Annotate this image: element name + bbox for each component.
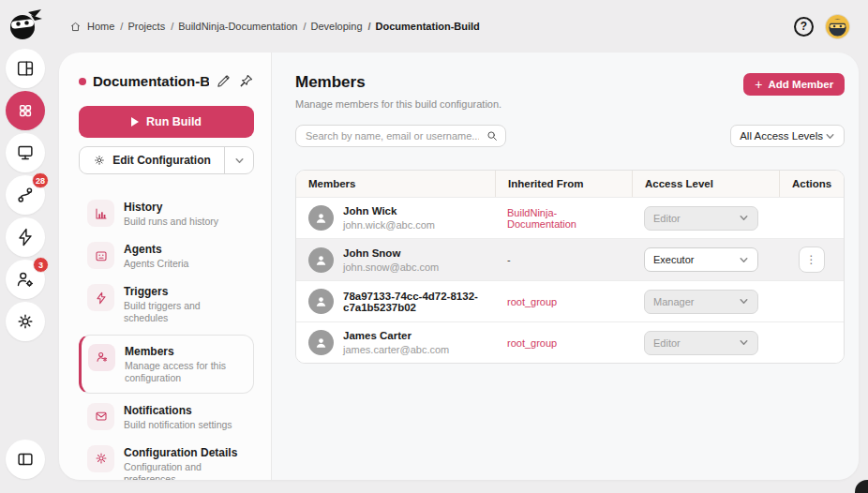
vcs-badge: 28 <box>32 172 49 188</box>
app-logo[interactable] <box>7 7 44 43</box>
play-icon <box>131 117 139 127</box>
plus-icon: + <box>755 77 762 92</box>
corner-widget-peek[interactable] <box>855 480 868 493</box>
page-subtitle: Manage members for this build configurat… <box>295 98 501 110</box>
sidebar-item-triggers[interactable]: Triggers Build triggers and schedules <box>79 279 254 329</box>
search-icon <box>486 129 499 142</box>
help-icon[interactable]: ? <box>794 17 814 37</box>
history-chart-icon <box>87 200 114 227</box>
row-actions-kebab[interactable]: ⋮ <box>799 246 825 273</box>
edit-configuration-dropdown[interactable] <box>224 147 253 173</box>
sidebar-item-history[interactable]: History Build runs and history <box>79 195 254 232</box>
col-members: Members <box>296 171 495 197</box>
triggers-lightning-icon <box>87 284 114 311</box>
table-row: James Carter james.carter@abc.com root_g… <box>296 321 844 363</box>
members-table: Members Inherited From Access Level Acti… <box>295 170 845 364</box>
edit-pencil-icon[interactable] <box>216 73 232 89</box>
member-name: 78a97133-74cc-4d72-8132-c7a1b5237b02 <box>343 291 483 313</box>
content-card: Documentation-Bu... Run Build Edit Confi… <box>59 52 859 480</box>
access-level-select: Manager <box>644 290 758 314</box>
member-name: John Wick <box>343 205 435 217</box>
gear-icon <box>93 154 106 167</box>
pin-icon[interactable] <box>238 73 254 89</box>
user-gear-icon[interactable]: 3 <box>6 260 45 299</box>
member-avatar <box>308 247 334 273</box>
breadcrumb-project[interactable]: BuildNinja-Documentation <box>169 21 297 32</box>
status-dot <box>79 78 86 85</box>
member-email: james.carter@abc.com <box>343 344 449 355</box>
chevron-down-icon <box>739 255 749 265</box>
add-member-button[interactable]: + Add Member <box>743 73 845 96</box>
agents-icon <box>87 242 114 269</box>
monitor-icon[interactable] <box>6 133 45 172</box>
inherited-from-link[interactable]: BuildNinja-Documentation <box>495 200 632 237</box>
table-row: John Snow john.snow@abc.com - Executor ⋮ <box>296 238 844 280</box>
user-avatar[interactable] <box>825 14 850 39</box>
settings-gear-icon[interactable] <box>6 302 45 341</box>
build-config-sidebar: Documentation-Bu... Run Build Edit Confi… <box>59 52 272 480</box>
search-input[interactable] <box>295 125 506 147</box>
members-panel: Members Manage members for this build co… <box>272 52 859 480</box>
breadcrumb-subproject[interactable]: Developing <box>301 21 362 32</box>
member-email: john.wick@abc.com <box>343 219 435 231</box>
access-level-select[interactable]: Executor <box>644 247 758 272</box>
dashboard-layout-icon[interactable] <box>6 49 45 88</box>
col-inherited-from: Inherited From <box>495 171 632 197</box>
notifications-mail-icon <box>87 403 114 430</box>
inherited-from-link[interactable]: root_group <box>495 330 632 356</box>
access-level-select: Editor <box>644 206 758 231</box>
lightning-icon[interactable] <box>6 217 45 257</box>
inherited-from-value: - <box>495 246 632 273</box>
sidebar-item-members[interactable]: Members Manage access for this configura… <box>79 335 254 394</box>
member-name: John Snow <box>343 247 439 259</box>
projects-grid-icon[interactable] <box>6 91 45 130</box>
config-nav: History Build runs and history Agents Ag… <box>79 195 254 480</box>
sidebar-item-configuration-details[interactable]: Configuration Details Configuration and … <box>79 441 254 480</box>
col-access-level: Access Level <box>632 171 779 197</box>
member-avatar <box>308 289 334 314</box>
chevron-down-icon <box>739 296 749 306</box>
inherited-from-link[interactable]: root_group <box>495 289 632 315</box>
chevron-down-icon <box>234 156 245 166</box>
member-avatar <box>308 330 334 355</box>
chevron-down-icon <box>739 337 749 348</box>
config-title: Documentation-Bu... <box>93 73 209 89</box>
access-level-filter[interactable]: All Access Levels <box>730 125 845 147</box>
members-icon <box>88 344 115 371</box>
topbar: Home Projects BuildNinja-Documentation D… <box>59 0 868 52</box>
sidebar-item-notifications[interactable]: Notifications Build notification setting… <box>79 398 254 436</box>
member-avatar <box>308 205 334 231</box>
home-icon <box>69 21 82 33</box>
breadcrumb-projects[interactable]: Projects <box>118 21 165 32</box>
chevron-down-icon <box>739 213 749 223</box>
col-actions: Actions <box>779 171 844 197</box>
member-email: john.snow@abc.com <box>343 261 439 273</box>
sidebar-item-agents[interactable]: Agents Agents Criteria <box>79 237 254 275</box>
table-row: John Wick john.wick@abc.com BuildNinja-D… <box>296 197 844 238</box>
page-title: Members <box>295 73 501 92</box>
user-badge: 3 <box>33 257 49 273</box>
vcs-branch-icon[interactable]: 28 <box>6 175 45 215</box>
table-header-row: Members Inherited From Access Level Acti… <box>296 171 844 197</box>
member-name: James Carter <box>343 330 449 341</box>
breadcrumb: Home Projects BuildNinja-Documentation D… <box>59 21 480 33</box>
left-rail: 28 3 <box>0 0 51 493</box>
edit-configuration-button[interactable]: Edit Configuration <box>79 146 254 174</box>
access-level-select: Editor <box>644 331 758 355</box>
breadcrumb-current: Documentation-Build <box>367 21 480 32</box>
run-build-button[interactable]: Run Build <box>79 106 254 138</box>
breadcrumb-home[interactable]: Home <box>87 21 114 32</box>
collapse-sidebar-icon[interactable] <box>6 440 45 479</box>
table-row: 78a97133-74cc-4d72-8132-c7a1b5237b02 roo… <box>296 280 844 321</box>
chevron-down-icon <box>825 131 835 142</box>
configuration-gear-icon <box>87 445 114 472</box>
